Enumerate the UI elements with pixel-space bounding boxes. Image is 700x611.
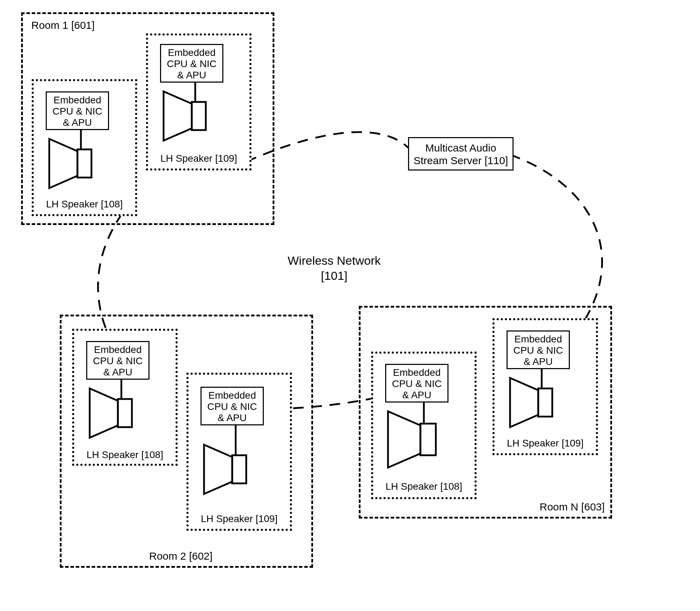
svg-rect-13: [420, 424, 436, 455]
svg-rect-1: [77, 149, 91, 178]
room1-speaker109-label: LH Speaker [109]: [155, 153, 243, 164]
speaker-icon: [157, 83, 227, 149]
network-label-line2: [101]: [321, 269, 348, 282]
svg-marker-17: [510, 378, 538, 427]
svg-rect-4: [192, 102, 206, 130]
diagram-canvas: Wireless Network [101] Multicast Audio S…: [0, 0, 700, 611]
speaker-icon: [503, 369, 573, 436]
room2-speaker108-cpu: Embedded CPU & NIC & APU: [86, 341, 149, 380]
svg-marker-5: [164, 91, 192, 141]
svg-rect-7: [118, 399, 132, 427]
room2-speaker109-label: LH Speaker [109]: [195, 513, 283, 525]
speaker-icon: [197, 425, 267, 506]
svg-marker-11: [204, 445, 232, 494]
multicast-server-box: Multicast Audio Stream Server [110]: [408, 137, 514, 171]
room2-speaker108-label: LH Speaker [108]: [81, 449, 169, 461]
speaker-icon: [382, 403, 459, 476]
server-line1: Multicast Audio: [425, 142, 496, 154]
roomn-speaker109-cpu: Embedded CPU & NIC & APU: [507, 330, 570, 369]
room1-speaker109-cpu: Embedded CPU & NIC & APU: [160, 44, 223, 83]
speaker-icon: [83, 380, 153, 446]
svg-marker-8: [90, 388, 118, 438]
svg-rect-10: [232, 455, 246, 483]
svg-marker-2: [49, 139, 77, 188]
network-label-line1: Wireless Network: [288, 254, 381, 267]
room1-speaker108-label: LH Speaker [108]: [40, 199, 128, 210]
server-line2: Stream Server [110]: [414, 155, 508, 166]
speaker-icon: [42, 130, 113, 197]
roomn-speaker108-cpu: Embedded CPU & NIC & APU: [385, 364, 448, 403]
network-label: Wireless Network [101]: [278, 253, 390, 283]
roomn-speaker108-label: LH Speaker [108]: [380, 481, 468, 492]
roomn-speaker109-label: LH Speaker [109]: [501, 438, 589, 449]
svg-marker-14: [388, 411, 420, 468]
room1-speaker108-cpu: Embedded CPU & NIC & APU: [46, 91, 109, 130]
svg-rect-16: [538, 388, 552, 417]
room2-speaker109-cpu: Embedded CPU & NIC & APU: [201, 387, 264, 425]
